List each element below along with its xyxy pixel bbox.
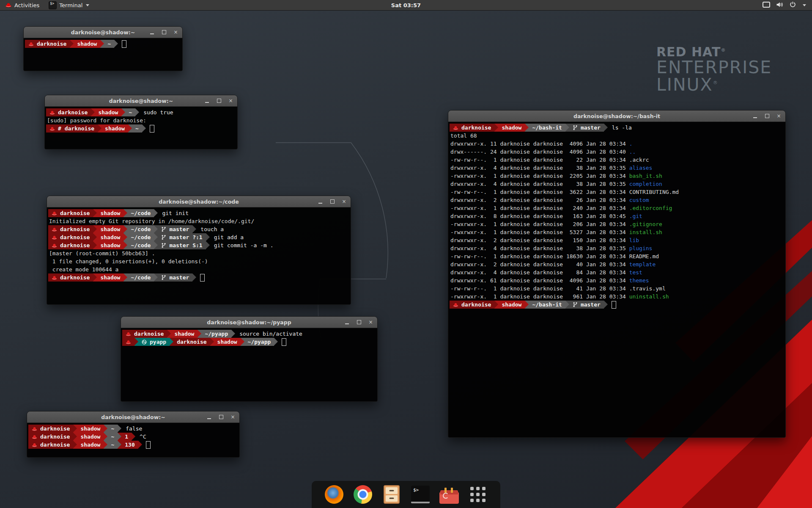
close-button[interactable]: × [228,98,233,104]
close-button[interactable]: × [368,320,373,325]
powerline-separator [604,124,608,132]
chrome-icon[interactable] [353,485,373,504]
powerline-separator [114,40,118,48]
prompt-segment-git: master [158,273,192,282]
window-titlebar[interactable]: darknoise@shadow:~/pyapp× [121,317,377,328]
powerline-separator [123,241,127,249]
ls-row: drwxrwxr-x. 4 darknoise darknoise 38 Jan… [450,180,785,188]
minimize-button[interactable] [204,98,210,104]
maximize-button[interactable] [764,113,770,119]
files-icon[interactable] [382,485,401,504]
redhat-prompt-icon [32,435,37,439]
powerline-separator [192,225,196,233]
prompt-segment-host: shadow [95,108,121,116]
maximize-button[interactable] [218,414,224,420]
prompt-segment-host: shadow [102,124,128,133]
minimize-button[interactable] [318,199,323,204]
powerline-separator [134,338,138,346]
command-text: ^C [140,433,146,440]
maximize-button[interactable] [216,98,222,104]
minimize-button[interactable] [206,414,212,420]
ls-row: drwxrwxr-x. 2 darknoise darknoise 150 Ja… [450,236,785,244]
terminal-icon[interactable]: $> [411,485,430,504]
output-line: 1 file changed, 0 insertions(+), 0 delet… [48,257,351,265]
powerline-separator [206,233,210,241]
terminal-content[interactable]: darknoiseshadow~/bash-itmasterls -latota… [448,122,785,437]
powerline-separator [154,225,158,233]
close-button[interactable]: × [341,199,347,204]
window-titlebar[interactable]: darknoise@shadow:~/bash-it× [448,110,785,122]
display-icon[interactable] [763,2,770,9]
maximize-button[interactable] [356,320,362,325]
prompt-segment-host: shadow [77,441,104,449]
minimize-button[interactable] [149,30,155,35]
powerline-separator [167,330,171,338]
volume-icon[interactable] [776,2,784,9]
file-name: .ackrc [629,156,649,164]
maximize-button[interactable] [161,30,167,35]
prompt-segment-user: darknoise [28,425,73,433]
git-branch-icon [161,235,166,240]
minimize-button[interactable] [344,320,350,325]
terminal-content[interactable]: darknoiseshadow~/pyappsource bin/activat… [121,328,377,401]
close-button[interactable]: × [776,113,782,119]
terminal-content[interactable]: darknoiseshadow~ [24,38,182,71]
firefox-icon[interactable] [324,485,344,504]
prompt-segment-user: darknoise [122,330,167,338]
output-line: [sudo] password for darknoise: [46,116,237,124]
close-button[interactable]: × [173,30,178,35]
maximize-button[interactable] [329,199,335,204]
file-name: themes [629,276,649,284]
powerline-separator [91,108,95,116]
prompt-segment-git: master ?:1 [158,233,206,241]
prompt-segment-host: shadow [498,301,525,309]
powerline-separator [494,124,498,132]
command-text: git commit -a -m . [214,242,274,248]
powerline-separator [206,241,210,249]
power-icon[interactable] [790,1,796,9]
prompt-segment-path: ~/code [127,273,154,282]
terminal-content[interactable]: darknoiseshadow~sudo true[sudo] password… [45,107,237,149]
prompt-segment-host: shadow [97,209,123,217]
powerline-separator [104,433,107,441]
window-titlebar[interactable]: darknoise@shadow:~/code× [47,196,351,207]
powerline-separator [198,330,201,338]
terminal-window-home-1: darknoise@shadow:~×darknoiseshadow~ [23,26,183,71]
terminal-content[interactable]: darknoiseshadow~falsedarknoiseshadow~1^C… [27,423,239,457]
prompt-line: darknoiseshadow~/pyappsource bin/activat… [122,330,377,338]
window-title: darknoise@shadow:~/code [47,199,351,205]
toolbox-icon[interactable] [439,485,459,504]
prompt-segment-host: shadow [171,330,198,338]
prompt-segment-host: shadow [214,338,241,346]
prompt-segment-path: ~/code [127,241,154,249]
prompt-line: darknoiseshadow~130 [28,441,239,449]
app-grid-icon[interactable] [468,485,488,504]
prompt-segment-user: # darknoise [46,124,98,133]
window-titlebar[interactable]: darknoise@shadow:~× [45,95,237,107]
prompt-segment-path: ~ [125,108,135,116]
ls-row: drwxrwxr-x. 61 darknoise darknoise 4096 … [450,276,785,284]
powerline-separator [73,425,77,433]
dock: $> [312,481,500,508]
file-name: custom [629,196,649,204]
ls-row: drwxrwxr-x. 2 darknoise darknoise 40 Jan… [450,260,785,268]
prompt-segment-user: darknoise [25,40,70,48]
powerline-separator [154,233,158,241]
redhat-prompt-icon [28,42,34,46]
ls-row: drwx------. 24 darknoise darknoise 4096 … [450,148,785,156]
window-titlebar[interactable]: darknoise@shadow:~× [27,411,239,423]
window-titlebar[interactable]: darknoise@shadow:~× [24,27,182,38]
minimize-button[interactable] [752,113,758,119]
powerline-separator [100,40,104,48]
system-menu-chevron-icon[interactable] [803,4,806,6]
clock[interactable]: Sat 03:57 [0,2,812,8]
terminal-content[interactable]: darknoiseshadow~/codegit initInitialized… [47,207,351,304]
ls-row: -rwxrwxr-x. 1 darknoise darknoise 240 Ja… [450,204,785,212]
prompt-segment-user: darknoise [450,124,494,132]
powerline-separator [170,338,173,346]
close-button[interactable]: × [230,414,236,420]
terminal-cursor [150,125,154,133]
prompt-line: darknoiseshadow~false [28,425,239,433]
terminal-window-pyapp: darknoise@shadow:~/pyapp×darknoiseshadow… [121,316,378,402]
prompt-line: # darknoiseshadow~ [46,124,237,133]
